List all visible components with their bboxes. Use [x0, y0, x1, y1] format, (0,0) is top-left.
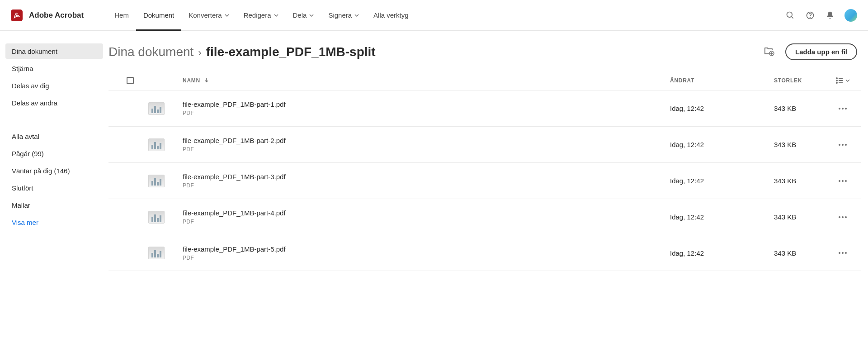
sidebar-item-mallar[interactable]: Mallar: [5, 197, 103, 213]
header-actions: Ladda upp en fil: [764, 43, 857, 60]
file-type: PDF: [183, 146, 286, 152]
main-header: Dina dokument › file-example_PDF_1MB-spl…: [108, 43, 861, 60]
upload-button[interactable]: Ladda upp en fil: [785, 43, 857, 60]
sidebar-item-delas-av-andra[interactable]: Delas av andra: [5, 95, 103, 110]
table-row[interactable]: file-example_PDF_1MB-part-5.pdfPDFIdag, …: [108, 235, 861, 271]
file-size: 343 KB: [774, 141, 828, 148]
file-name: file-example_PDF_1MB-part-2.pdf: [183, 137, 286, 144]
help-icon[interactable]: [805, 10, 816, 21]
topbar: Adobe Acrobat Hem Dokument Konvertera Re…: [0, 0, 868, 31]
file-type: PDF: [183, 110, 286, 116]
file-type: PDF: [183, 255, 286, 261]
column-header-name[interactable]: NAMN: [183, 77, 670, 84]
file-name: file-example_PDF_1MB-part-5.pdf: [183, 245, 286, 253]
table-row[interactable]: file-example_PDF_1MB-part-3.pdfPDFIdag, …: [108, 162, 861, 199]
sidebar-item-slutfort[interactable]: Slutfört: [5, 180, 103, 195]
sidebar-group-agreements: Alla avtal Pågår (99) Väntar på dig (146…: [5, 129, 103, 230]
topbar-right: [785, 9, 857, 22]
breadcrumb-separator: ›: [198, 47, 201, 59]
breadcrumb: Dina dokument › file-example_PDF_1MB-spl…: [108, 45, 376, 59]
svg-point-0: [787, 12, 793, 17]
sidebar-item-dina-dokument[interactable]: Dina dokument: [5, 43, 103, 59]
pdf-thumbnail-icon: [148, 175, 165, 187]
file-size: 343 KB: [774, 177, 828, 185]
view-toggle[interactable]: [835, 76, 850, 85]
sidebar-item-pagar[interactable]: Pågår (99): [5, 146, 103, 161]
nav-alla-verktyg[interactable]: Alla verktyg: [366, 0, 416, 30]
file-size: 343 KB: [774, 213, 828, 221]
new-folder-icon[interactable]: [764, 46, 774, 58]
sort-arrow-down-icon: [204, 77, 209, 84]
nav-konvertera[interactable]: Konvertera: [181, 0, 236, 30]
pdf-thumbnail-icon: [148, 102, 165, 115]
main-content: Dina dokument › file-example_PDF_1MB-spl…: [108, 31, 868, 284]
sidebar: Dina dokument Stjärna Delas av dig Delas…: [0, 31, 108, 284]
chevron-down-icon: [225, 11, 229, 19]
svg-point-7: [836, 80, 837, 81]
chevron-down-icon: [309, 11, 314, 19]
list-view-icon: [835, 76, 844, 85]
sidebar-item-stjarna[interactable]: Stjärna: [5, 61, 103, 76]
nav-dela[interactable]: Dela: [286, 0, 321, 30]
file-name: file-example_PDF_1MB-part-1.pdf: [183, 100, 286, 108]
sidebar-group-documents: Dina dokument Stjärna Delas av dig Delas…: [5, 43, 103, 110]
top-nav: Hem Dokument Konvertera Redigera Dela Si…: [107, 0, 415, 30]
file-type: PDF: [183, 219, 286, 225]
more-options-button[interactable]: [836, 214, 849, 221]
column-header-size[interactable]: STORLEK: [774, 77, 828, 84]
more-options-button[interactable]: [836, 105, 849, 112]
file-modified: Idag, 12:42: [670, 177, 774, 185]
pdf-thumbnail-icon: [148, 211, 165, 224]
svg-point-3: [810, 17, 811, 18]
nav-signera[interactable]: Signera: [321, 0, 366, 30]
pdf-thumbnail-icon: [148, 247, 165, 259]
file-modified: Idag, 12:42: [670, 141, 774, 148]
breadcrumb-current: file-example_PDF_1MB-split: [206, 45, 376, 59]
nav-redigera[interactable]: Redigera: [236, 0, 286, 30]
file-size: 343 KB: [774, 105, 828, 112]
table-header: NAMN ÄNDRAT STORLEK: [108, 71, 861, 90]
nav-dokument[interactable]: Dokument: [136, 0, 181, 30]
layout: Dina dokument Stjärna Delas av dig Delas…: [0, 31, 868, 284]
file-modified: Idag, 12:42: [670, 213, 774, 221]
bell-icon[interactable]: [825, 10, 835, 21]
sidebar-item-alla-avtal[interactable]: Alla avtal: [5, 129, 103, 144]
file-name: file-example_PDF_1MB-part-3.pdf: [183, 173, 286, 181]
brand-name: Adobe Acrobat: [29, 11, 84, 20]
search-icon[interactable]: [785, 10, 796, 21]
select-all-checkbox[interactable]: [127, 77, 134, 84]
file-list: file-example_PDF_1MB-part-1.pdfPDFIdag, …: [108, 90, 861, 271]
breadcrumb-parent[interactable]: Dina dokument: [108, 45, 193, 59]
acrobat-logo-icon: [11, 10, 23, 21]
table-row[interactable]: file-example_PDF_1MB-part-4.pdfPDFIdag, …: [108, 199, 861, 235]
avatar[interactable]: [844, 9, 857, 22]
file-modified: Idag, 12:42: [670, 249, 774, 257]
pdf-thumbnail-icon: [148, 138, 165, 151]
chevron-down-icon: [274, 11, 278, 19]
chevron-down-icon: [354, 11, 359, 19]
sidebar-item-delas-av-dig[interactable]: Delas av dig: [5, 78, 103, 93]
table-row[interactable]: file-example_PDF_1MB-part-1.pdfPDFIdag, …: [108, 90, 861, 126]
svg-point-5: [836, 78, 837, 79]
sidebar-visa-mer[interactable]: Visa mer: [5, 214, 103, 230]
more-options-button[interactable]: [836, 141, 849, 148]
svg-point-9: [836, 82, 837, 83]
table-row[interactable]: file-example_PDF_1MB-part-2.pdfPDFIdag, …: [108, 126, 861, 162]
sidebar-item-vantar-pa-dig[interactable]: Väntar på dig (146): [5, 163, 103, 178]
file-size: 343 KB: [774, 249, 828, 257]
more-options-button[interactable]: [836, 177, 849, 185]
nav-hem[interactable]: Hem: [107, 0, 136, 30]
more-options-button[interactable]: [836, 249, 849, 257]
svg-line-1: [792, 16, 793, 18]
chevron-down-icon: [845, 78, 850, 83]
column-header-modified[interactable]: ÄNDRAT: [670, 77, 774, 84]
file-type: PDF: [183, 182, 286, 189]
file-modified: Idag, 12:42: [670, 105, 774, 112]
brand[interactable]: Adobe Acrobat: [11, 10, 84, 21]
file-name: file-example_PDF_1MB-part-4.pdf: [183, 209, 286, 217]
